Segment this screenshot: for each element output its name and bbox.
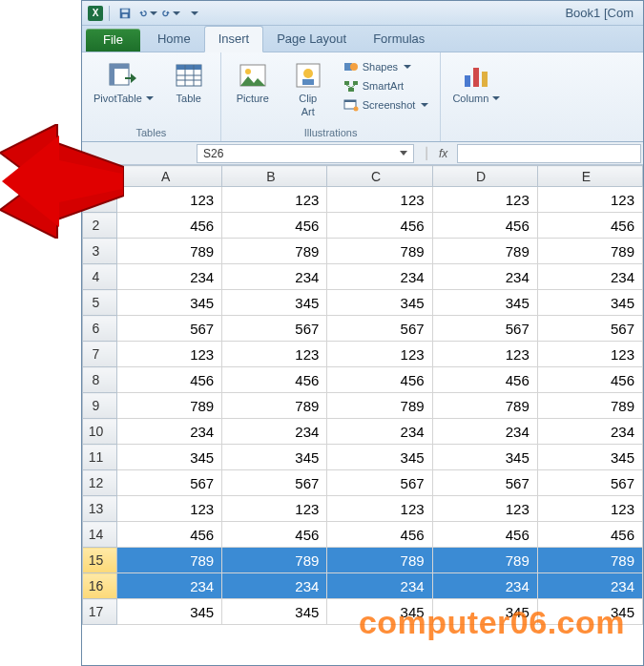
fx-label[interactable]: fx <box>439 147 447 160</box>
tab-formulas[interactable]: Formulas <box>360 27 438 52</box>
cell[interactable]: 789 <box>327 239 432 264</box>
cell[interactable]: 567 <box>222 316 327 342</box>
cell[interactable]: 789 <box>432 393 537 419</box>
cell[interactable]: 123 <box>222 342 327 367</box>
cell[interactable]: 123 <box>537 342 642 367</box>
cell[interactable]: 234 <box>222 573 327 599</box>
cell[interactable]: 456 <box>222 522 327 548</box>
row-header[interactable]: 7 <box>83 342 117 367</box>
row-header[interactable]: 5 <box>83 290 117 316</box>
cell[interactable]: 567 <box>537 470 642 496</box>
cell[interactable]: 345 <box>222 599 327 625</box>
row-header[interactable]: 6 <box>83 316 117 342</box>
cell[interactable]: 234 <box>327 573 432 599</box>
name-box[interactable]: S26 <box>197 144 414 163</box>
cell[interactable]: 345 <box>432 445 537 470</box>
cell[interactable]: 567 <box>117 316 222 342</box>
screenshot-button[interactable]: Screenshot <box>340 96 433 114</box>
cell[interactable]: 345 <box>222 290 327 316</box>
cell[interactable]: 456 <box>432 367 537 393</box>
row-header[interactable]: 13 <box>83 496 117 522</box>
row-header[interactable]: 11 <box>83 445 117 470</box>
cell[interactable]: 789 <box>432 548 537 573</box>
cell[interactable]: 123 <box>537 187 642 213</box>
cell[interactable]: 456 <box>327 367 432 393</box>
cell[interactable]: 456 <box>117 213 222 239</box>
tab-home[interactable]: Home <box>144 27 204 52</box>
pivottable-button[interactable]: PivotTable <box>90 58 157 106</box>
table-button[interactable]: Table <box>165 58 213 106</box>
row-header[interactable]: 14 <box>83 522 117 548</box>
cell[interactable]: 456 <box>432 213 537 239</box>
cell[interactable]: 234 <box>327 264 432 290</box>
cell[interactable]: 234 <box>537 573 642 599</box>
cell[interactable]: 123 <box>222 187 327 213</box>
cell[interactable]: 789 <box>537 548 642 573</box>
cell[interactable]: 789 <box>537 393 642 419</box>
cell[interactable]: 234 <box>117 419 222 445</box>
redo-button[interactable] <box>161 4 180 23</box>
tab-page-layout[interactable]: Page Layout <box>263 27 360 52</box>
row-header[interactable]: 16 <box>83 573 117 599</box>
cell[interactable]: 456 <box>537 522 642 548</box>
cell[interactable]: 789 <box>117 239 222 264</box>
cell[interactable]: 456 <box>117 367 222 393</box>
cell[interactable]: 789 <box>327 548 432 573</box>
cell[interactable]: 567 <box>432 316 537 342</box>
cell[interactable]: 123 <box>432 187 537 213</box>
cell[interactable]: 345 <box>117 290 222 316</box>
cell[interactable]: 456 <box>327 522 432 548</box>
clipart-button[interactable]: Clip Art <box>284 58 332 119</box>
smartart-button[interactable]: SmartArt <box>340 77 433 94</box>
cell[interactable]: 456 <box>117 522 222 548</box>
cell[interactable]: 789 <box>222 239 327 264</box>
cell[interactable]: 789 <box>222 548 327 573</box>
col-header[interactable]: E <box>537 166 642 187</box>
row-header[interactable]: 3 <box>83 239 117 264</box>
col-header[interactable]: C <box>327 166 432 187</box>
cell[interactable]: 345 <box>327 445 432 470</box>
cell[interactable]: 345 <box>117 445 222 470</box>
cell[interactable]: 234 <box>117 573 222 599</box>
row-header[interactable]: 12 <box>83 470 117 496</box>
cell[interactable]: 234 <box>327 419 432 445</box>
cell[interactable]: 123 <box>327 187 432 213</box>
cell[interactable]: 123 <box>432 496 537 522</box>
cell[interactable]: 567 <box>117 470 222 496</box>
cell[interactable]: 345 <box>327 599 432 625</box>
row-header[interactable]: 10 <box>83 419 117 445</box>
row-header[interactable]: 8 <box>83 367 117 393</box>
cell[interactable]: 345 <box>537 290 642 316</box>
row-header[interactable]: 4 <box>83 264 117 290</box>
cell[interactable]: 234 <box>117 264 222 290</box>
cell[interactable]: 345 <box>117 599 222 625</box>
col-header[interactable]: D <box>432 166 537 187</box>
undo-button[interactable] <box>138 4 157 23</box>
cell[interactable]: 234 <box>432 573 537 599</box>
col-header[interactable]: B <box>222 166 327 187</box>
file-tab[interactable]: File <box>86 29 140 52</box>
cell[interactable]: 567 <box>537 316 642 342</box>
cell[interactable]: 456 <box>327 213 432 239</box>
cell[interactable]: 123 <box>117 496 222 522</box>
formula-bar-input[interactable] <box>457 144 641 163</box>
cell[interactable]: 789 <box>222 393 327 419</box>
cell[interactable]: 234 <box>537 419 642 445</box>
cell[interactable]: 456 <box>537 213 642 239</box>
cell[interactable]: 789 <box>117 548 222 573</box>
qat-customize-button[interactable] <box>184 4 203 23</box>
cell[interactable]: 456 <box>432 522 537 548</box>
cell[interactable]: 234 <box>222 264 327 290</box>
cell[interactable]: 123 <box>432 342 537 367</box>
picture-button[interactable]: Picture <box>229 58 277 106</box>
cell[interactable]: 345 <box>222 445 327 470</box>
cell[interactable]: 345 <box>432 599 537 625</box>
cell[interactable]: 123 <box>327 496 432 522</box>
cell[interactable]: 456 <box>222 367 327 393</box>
cell[interactable]: 345 <box>327 290 432 316</box>
cell[interactable]: 567 <box>327 316 432 342</box>
col-header[interactable]: A <box>117 166 222 187</box>
cell[interactable]: 789 <box>537 239 642 264</box>
row-header[interactable]: 15 <box>83 548 117 573</box>
cell[interactable]: 567 <box>432 470 537 496</box>
